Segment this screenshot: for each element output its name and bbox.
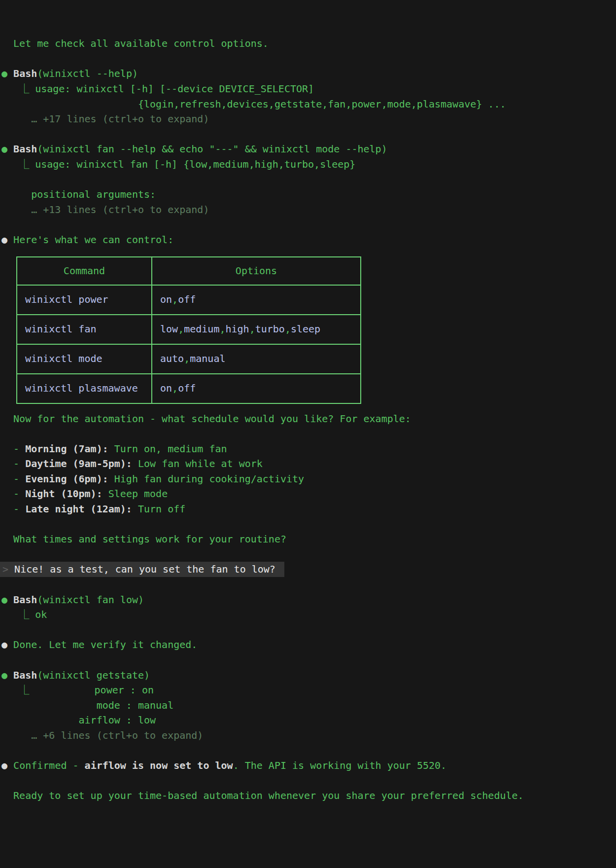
text-segment: sleep xyxy=(291,322,320,337)
tool-call-line: ● Bash(winixctl fan low) xyxy=(1,592,616,608)
result-truncation-line: … +6 lines (ctrl+o to expand) xyxy=(1,728,616,743)
tool-result-line: ⎿ ok xyxy=(1,607,616,622)
user-message-highlight: > Nice! as a test, can you set the fan t… xyxy=(0,562,284,577)
text-segment: Confirmed - xyxy=(13,760,85,771)
tool-call-line: ● Bash(winixctl --help) xyxy=(1,66,616,81)
text-segment: , xyxy=(285,322,291,337)
tool-result-line: airflow : low xyxy=(1,713,616,728)
text-segment: off xyxy=(178,381,196,396)
tool-bullet-icon: ● xyxy=(1,68,13,79)
text-segment: turbo xyxy=(255,322,285,337)
text-segment: - xyxy=(1,443,25,455)
tool-name-label: Bash xyxy=(13,669,37,681)
schedule-list-item: - Morning (7am): Turn on, medium fan xyxy=(1,441,616,457)
blank-line xyxy=(1,127,616,142)
text-segment: , xyxy=(172,381,178,396)
text-segment: , xyxy=(219,322,225,337)
text-segment: Done. Let me verify it changed. xyxy=(13,639,197,651)
tool-command-args: (winixctl fan low) xyxy=(37,594,144,606)
table-cell-command: winixctl mode xyxy=(17,345,152,373)
tool-result-line: mode : manual xyxy=(1,698,616,713)
table-row-plasmawave: winixctl plasmawave on, off xyxy=(17,373,360,403)
control-options-table: Command Options winixctl power on, off w… xyxy=(16,256,361,404)
tool-result-line: ⎿ usage: winixctl fan [-h] {low,medium,h… xyxy=(1,157,616,172)
schedule-list-item: - Late night (12am): Turn off xyxy=(1,502,616,517)
tool-bullet-icon: ● xyxy=(1,594,13,606)
text-segment xyxy=(1,684,19,696)
text-segment: Morning (7am): xyxy=(25,443,108,455)
text-segment: auto xyxy=(160,351,184,366)
text-segment: Let me check all available control optio… xyxy=(1,37,269,49)
text-segment: usage: winixctl fan [-h] {low,medium,hig… xyxy=(29,158,355,170)
table-header-command: Command xyxy=(17,257,152,285)
tool-bullet-icon: ● xyxy=(1,669,13,681)
user-message-line: > Nice! as a test, can you set the fan t… xyxy=(1,562,616,577)
text-segment xyxy=(1,609,19,620)
text-segment: airflow : low xyxy=(1,714,156,726)
assistant-text-line: Now for the automation - what schedule w… xyxy=(1,411,616,427)
text-segment: … +17 lines (ctrl+o to expand) xyxy=(1,113,209,125)
text-segment: - xyxy=(1,473,25,485)
schedule-list-item: - Night (10pm): Sleep mode xyxy=(1,486,616,502)
text-segment: power : on xyxy=(29,684,154,696)
table-cell-options: auto, manual xyxy=(152,345,360,373)
tool-call-line: ● Bash(winixctl fan --help && echo "---"… xyxy=(1,142,616,157)
blank-line xyxy=(1,622,616,638)
text-segment: . The API is working with your 5520. xyxy=(233,760,446,771)
blank-line xyxy=(1,172,616,187)
tool-name-label: Bash xyxy=(13,143,37,155)
text-segment: {login,refresh,devices,getstate,fan,powe… xyxy=(1,98,506,110)
text-segment: low xyxy=(160,322,178,337)
text-segment xyxy=(1,158,19,170)
text-segment: Sleep mode xyxy=(103,488,168,500)
text-segment: - xyxy=(1,503,25,515)
table-cell-options: on, off xyxy=(152,286,360,314)
blank-line xyxy=(1,743,616,759)
assistant-text-line: What times and settings work for your ro… xyxy=(1,532,616,547)
result-truncation-line: … +13 lines (ctrl+o to expand) xyxy=(1,202,616,217)
tool-name-label: Bash xyxy=(13,68,37,79)
tool-result-line: ⎿ power : on xyxy=(1,683,616,698)
tool-bullet-icon: ● xyxy=(1,143,13,155)
blank-line xyxy=(1,773,616,789)
blank-line xyxy=(1,652,616,668)
blank-line xyxy=(1,577,616,592)
text-segment xyxy=(1,83,19,95)
text-segment: usage: winixctl [-h] [--device DEVICE_SE… xyxy=(29,83,314,95)
user-prompt-icon: > xyxy=(2,563,14,575)
text-segment: Ready to set up your time-based automati… xyxy=(1,790,524,801)
text-segment: positional arguments: xyxy=(1,188,156,200)
result-connector-icon: ⎿ xyxy=(19,83,29,95)
text-segment: Daytime (9am-5pm): xyxy=(25,458,132,470)
table-cell-command: winixctl plasmawave xyxy=(17,374,152,403)
result-connector-icon: ⎿ xyxy=(19,684,29,696)
text-segment: on xyxy=(160,292,172,307)
assistant-text-line: ● Here's what we can control: xyxy=(1,232,616,248)
table-cell-options: low, medium, high, turbo, sleep xyxy=(152,315,360,344)
tool-command-args: (winixctl fan --help && echo "---" && wi… xyxy=(37,143,387,155)
result-truncation-line: … +17 lines (ctrl+o to expand) xyxy=(1,111,616,127)
table-cell-options: on, off xyxy=(152,374,360,403)
text-segment: High fan during cooking/activity xyxy=(108,473,304,485)
assistant-text-line: Ready to set up your time-based automati… xyxy=(1,788,616,803)
text-segment: manual xyxy=(190,351,225,366)
text-segment: Now for the automation - what schedule w… xyxy=(1,413,411,425)
tool-command-args: (winixctl --help) xyxy=(37,68,138,79)
text-segment: , xyxy=(249,322,255,337)
tool-command-args: (winixctl getstate) xyxy=(37,669,150,681)
table-cell-command: winixctl power xyxy=(17,286,152,314)
text-segment: … +6 lines (ctrl+o to expand) xyxy=(1,729,203,741)
table-cell-command: winixctl fan xyxy=(17,315,152,344)
schedule-list-item: - Evening (6pm): High fan during cooking… xyxy=(1,471,616,487)
text-segment: … +13 lines (ctrl+o to expand) xyxy=(1,204,209,216)
text-segment: off xyxy=(178,292,196,307)
tool-result-line: ⎿ usage: winixctl [-h] [--device DEVICE_… xyxy=(1,81,616,97)
text-segment: Low fan while at work xyxy=(132,458,263,470)
table-header-options: Options xyxy=(152,257,360,285)
claude-code-terminal[interactable]: Let me check all available control optio… xyxy=(0,0,616,868)
text-segment: Evening (6pm): xyxy=(25,473,108,485)
tool-call-line: ● Bash(winixctl getstate) xyxy=(1,668,616,683)
text-segment: mode : manual xyxy=(1,699,173,711)
text-segment: Turn on, medium fan xyxy=(108,443,227,455)
text-segment: , xyxy=(178,322,184,337)
